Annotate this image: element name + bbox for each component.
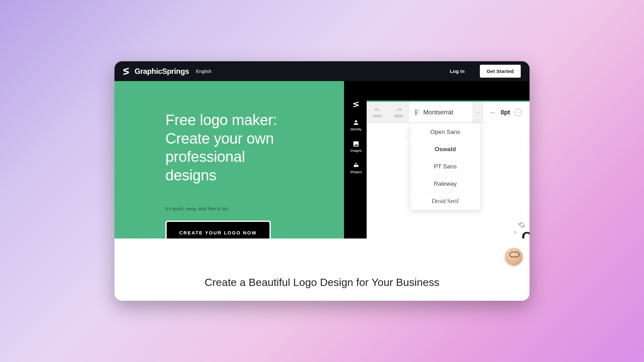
chat-widget-avatar[interactable]	[505, 248, 523, 266]
font-option[interactable]: Raleway	[410, 175, 480, 193]
redo-label: REDO	[394, 114, 403, 118]
user-icon	[353, 119, 359, 126]
sidebar-item-shapes[interactable]: Shapes	[350, 162, 362, 174]
font-selector[interactable]: F Montserrat	[409, 102, 472, 123]
sidebar-item-identity[interactable]: Identity	[350, 119, 361, 131]
sidebar-label: Identity	[350, 127, 361, 131]
font-option[interactable]: Droid Serif	[410, 193, 480, 210]
hero-title: Free logo maker: Create your own profess…	[165, 111, 297, 184]
language-selector[interactable]: English	[196, 69, 211, 74]
gear-icon	[518, 221, 526, 229]
letter-spacing: ↔ 0pt −	[484, 102, 528, 123]
font-dropdown: Open Sans Oswald PT Sans Raleway Droid S…	[410, 123, 480, 210]
settings-button[interactable]	[518, 221, 526, 229]
spacing-decrease-button[interactable]: −	[514, 109, 522, 116]
font-option[interactable]: PT Sans	[410, 158, 480, 175]
font-name: Montserrat	[423, 109, 453, 116]
editor-logo-icon	[353, 102, 359, 107]
redo-icon	[395, 107, 402, 114]
shapes-icon	[353, 162, 359, 169]
image-icon	[353, 140, 359, 147]
font-option[interactable]: Open Sans	[410, 123, 480, 141]
undo-icon	[374, 107, 381, 114]
app-window: GraphicSprings English Log In Get Starte…	[114, 61, 530, 301]
undo-button[interactable]: UNDO	[367, 102, 388, 123]
brand-logo-icon	[123, 69, 129, 74]
brand-name: GraphicSprings	[135, 67, 189, 76]
spacing-arrow-icon: ↔	[489, 108, 496, 117]
section-2: Create a Beautiful Logo Design for Your …	[114, 239, 530, 288]
login-link[interactable]: Log In	[450, 69, 465, 74]
zoom-slider-handle[interactable]	[514, 231, 517, 234]
undo-label: UNDO	[373, 114, 382, 118]
font-icon: F	[414, 108, 419, 117]
hero-subtitle: It's quick, easy, and free to try!	[165, 206, 344, 211]
header: GraphicSprings English Log In Get Starte…	[114, 61, 530, 81]
canvas-text-fragment: C	[522, 228, 530, 239]
editor-preview: Identity Images Shapes UNDO	[344, 81, 530, 239]
font-option[interactable]: Oswald	[410, 141, 480, 158]
get-started-button[interactable]: Get Started	[480, 65, 521, 78]
hero: Free logo maker: Create your own profess…	[114, 81, 530, 239]
hero-copy: Free logo maker: Create your own profess…	[114, 81, 344, 239]
editor-toolbar: UNDO REDO F Montserrat ↔ 0	[367, 102, 530, 123]
section-2-title: Create a Beautiful Logo Design for Your …	[114, 276, 530, 288]
chevron-down-icon	[475, 110, 480, 115]
sidebar-label: Shapes	[350, 170, 362, 174]
font-dropdown-toggle[interactable]	[472, 102, 484, 123]
redo-button[interactable]: REDO	[388, 102, 409, 123]
sidebar-label: Images	[350, 149, 362, 152]
spacing-value: 0pt	[501, 109, 510, 116]
editor-canvas: UNDO REDO F Montserrat ↔ 0	[367, 101, 530, 239]
editor-sidebar: Identity Images Shapes	[348, 102, 364, 174]
sidebar-item-images[interactable]: Images	[350, 140, 362, 152]
